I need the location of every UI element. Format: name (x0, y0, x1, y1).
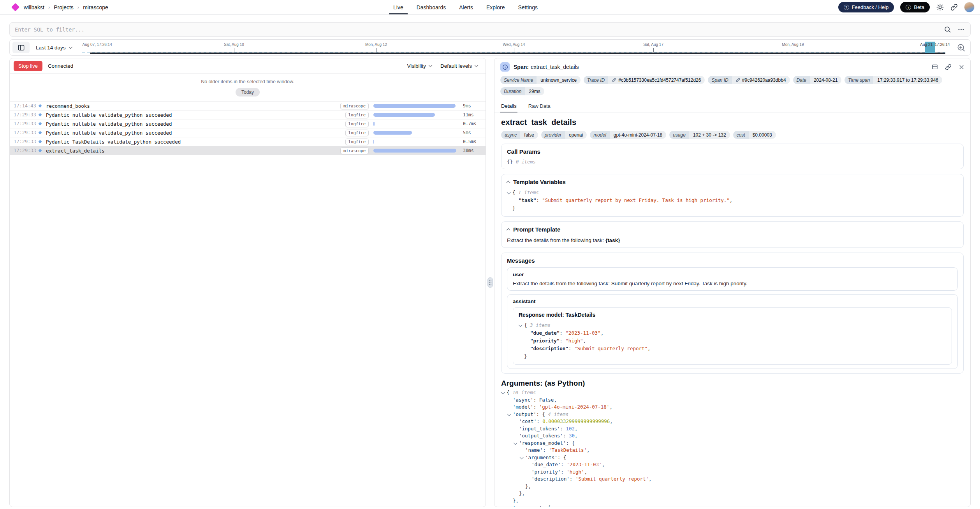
timeline-track[interactable]: Aug 07, 17:26:14Sat, Aug 10Mon, Aug 12We… (80, 40, 952, 55)
duration-bar (373, 140, 374, 144)
token: { (507, 390, 512, 395)
nav-tab-settings[interactable]: Settings (511, 0, 544, 14)
resize-handle[interactable] (487, 277, 493, 288)
badge-span-id[interactable]: Span ID#9c942620aa93dbb4 (708, 76, 790, 84)
collapse-caret-icon[interactable] (507, 413, 513, 416)
trace-row[interactable]: 17:29:33Pydantic TaskDetails validate_py… (10, 137, 486, 146)
logfire-logo-icon[interactable] (11, 3, 19, 11)
code-line: 'input_tokens': 102, (501, 425, 964, 433)
arguments-heading: Arguments: (as Python) (501, 379, 964, 388)
token: 'name' (525, 447, 543, 453)
code-line: "priority": "high", (519, 337, 946, 345)
row-name: Pydantic nullable validate_python succee… (46, 121, 345, 127)
template-variables-header[interactable]: Template Variables (507, 179, 958, 185)
code-line: 'due_date': '2023-11-03', (501, 461, 964, 469)
code-line: }, (501, 497, 964, 505)
span-diamond-icon (38, 113, 42, 116)
row-name: recommend_books (46, 103, 340, 109)
token: { (542, 411, 548, 417)
collapse-icon (507, 181, 510, 184)
item-count: 0 items (516, 159, 536, 165)
more-options-icon[interactable] (957, 26, 965, 33)
sql-filter-input[interactable] (9, 22, 971, 37)
token: "priority" (530, 338, 559, 344)
nav-tab-alerts[interactable]: Alerts (452, 0, 480, 14)
template-variables-card: Template Variables { 1 items"task": "Sub… (501, 174, 964, 217)
code-line: 'output': { 4 items (501, 411, 964, 418)
span-tab-raw-data[interactable]: Raw Data (528, 100, 551, 112)
row-duration: 0.7ms (463, 121, 486, 126)
empty-object-literal: {} (507, 159, 513, 165)
duration-bar-track (373, 113, 459, 117)
user-avatar[interactable] (964, 2, 975, 12)
token: , (575, 433, 578, 439)
token: { (524, 322, 530, 328)
token: : (566, 440, 572, 446)
scope-tag: logfire (345, 112, 369, 118)
code-line: "description": "Submit quarterly report"… (519, 345, 946, 353)
token: 'async' (513, 397, 533, 403)
trace-row[interactable]: 17:29:33extract_task_detailsmirascope30m… (10, 146, 486, 155)
token: : (559, 338, 565, 344)
row-name: Pydantic nullable validate_python succee… (46, 130, 345, 136)
badge-value: 102 + 30 -> 132 (689, 131, 730, 139)
breadcrumb-item[interactable]: willbakst (24, 4, 44, 11)
search-icon[interactable] (944, 26, 951, 33)
sidebar-toggle-button[interactable] (12, 42, 30, 53)
token: : (561, 469, 567, 475)
chevron-down-icon (475, 63, 479, 67)
tick-mark (234, 48, 234, 52)
template-variables-json: { 1 items"task": "Submit quarterly repor… (507, 189, 958, 212)
trace-row[interactable]: 17:29:33Pydantic nullable validate_pytho… (10, 111, 486, 119)
row-timestamp: 17:29:33 (14, 121, 38, 126)
timeline-tick: Sat, Aug 17 (653, 42, 674, 47)
token: : (558, 455, 563, 460)
topnav-actions: ? Feedback / Help i Beta (838, 2, 975, 12)
collapse-caret-icon[interactable] (501, 391, 507, 394)
panel-layout-icon[interactable] (932, 64, 938, 70)
share-link-button[interactable] (950, 4, 958, 11)
nav-tab-dashboards[interactable]: Dashboards (410, 0, 453, 14)
badge-value: #9c942620aa93dbb4 (732, 76, 790, 84)
trace-row[interactable]: 17:29:33Pydantic nullable validate_pytho… (10, 128, 486, 137)
code-line: }, (501, 483, 964, 490)
nav-tab-live[interactable]: Live (387, 0, 410, 14)
token: : (568, 346, 574, 351)
template-variable-token: {task} (605, 237, 620, 243)
collapse-caret-icon[interactable] (507, 191, 512, 194)
copy-link-icon[interactable] (945, 64, 952, 70)
code-line: "due_date": "2023-11-03", (519, 329, 946, 337)
breadcrumb-separator-icon: › (77, 4, 79, 10)
nav-tab-explore[interactable]: Explore (480, 0, 511, 14)
badge-trace-id[interactable]: Trace ID#c3b5157330ea5c1fd4572747af512d2… (584, 76, 705, 84)
trace-row[interactable]: 17:29:33Pydantic nullable validate_pytho… (10, 119, 486, 128)
collapse-caret-icon[interactable] (514, 442, 519, 445)
token: 10 items (512, 390, 536, 395)
trace-row[interactable]: 17:14:43recommend_booksmirascope9ms (10, 102, 486, 111)
time-range-label: Last 14 days (36, 45, 66, 51)
prompt-template-header[interactable]: Prompt Template (507, 226, 958, 233)
theme-toggle-button[interactable] (936, 3, 944, 11)
visibility-dropdown[interactable]: Visibility (407, 63, 432, 69)
token: , (584, 469, 587, 475)
badge-value: 17:29:33.917 to 17:29:33.946 (873, 76, 942, 84)
breadcrumb-item[interactable]: mirascope (83, 4, 108, 11)
token: : (536, 411, 542, 417)
duration-bar (373, 149, 456, 153)
beta-button[interactable]: i Beta (900, 2, 930, 12)
time-range-select[interactable]: Last 14 days (30, 45, 80, 51)
beta-label: Beta (914, 4, 924, 10)
close-icon[interactable] (959, 64, 964, 70)
feedback-help-button[interactable]: ? Feedback / Help (838, 2, 894, 12)
stop-live-button[interactable]: Stop live (14, 61, 42, 71)
collapse-caret-icon[interactable] (520, 456, 525, 459)
scope-tag: logfire (345, 139, 369, 145)
token: 102 (566, 426, 575, 432)
collapse-caret-icon[interactable] (519, 324, 524, 327)
breadcrumb-item[interactable]: Projects (54, 4, 74, 11)
span-tab-details[interactable]: Details (500, 100, 517, 112)
token: 'cost' (519, 418, 537, 424)
token: : (536, 197, 542, 203)
badge-value: unknown_service (537, 76, 581, 84)
default-levels-dropdown[interactable]: Default levels (440, 63, 478, 69)
